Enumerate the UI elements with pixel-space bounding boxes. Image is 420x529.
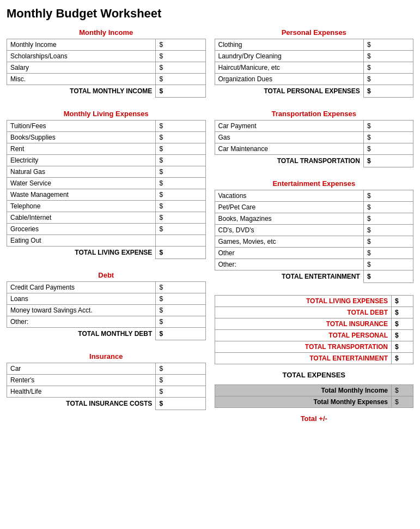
monthly-summary-value[interactable]: $ <box>392 385 413 396</box>
row-label: Salary <box>7 62 156 74</box>
row-value[interactable]: $ <box>156 305 205 316</box>
row-value[interactable]: $ <box>156 224 205 235</box>
row-value[interactable]: $ <box>156 282 205 293</box>
summary-value[interactable]: $ <box>392 307 413 318</box>
row-label: Credit Card Payments <box>7 282 156 293</box>
row-value[interactable]: $ <box>156 155 205 166</box>
monthly-summary-value[interactable]: $ <box>392 396 413 408</box>
table-row: Loans$ <box>7 293 206 305</box>
summary-label: TOTAL INSURANCE <box>215 318 392 330</box>
row-value[interactable]: $ <box>156 316 205 328</box>
row-value[interactable]: $ <box>156 363 205 375</box>
row-value[interactable]: $ <box>363 143 413 155</box>
row-label: Books, Magazines <box>215 213 363 225</box>
summary-label: TOTAL LIVING EXPENSES <box>215 296 392 307</box>
summary-value[interactable]: $ <box>392 318 413 330</box>
table-row: Cable/Internet$ <box>7 212 206 224</box>
row-value[interactable]: $ <box>156 143 205 155</box>
row-label: Health/Life <box>7 386 156 398</box>
personal-title: Personal Expenses <box>215 26 414 39</box>
row-label: Electricity <box>7 155 156 166</box>
transportation-section: Transportation Expenses Car Payment$Gas$… <box>215 107 414 167</box>
table-row: Water Service$ <box>7 178 206 189</box>
row-label: Vacations <box>215 190 363 202</box>
row-value[interactable]: $ <box>363 248 413 259</box>
row-value[interactable]: $ <box>156 132 205 143</box>
insurance-table: Car$Renter's$Health/Life$ TOTAL INSURANC… <box>7 363 206 410</box>
transportation-total-row: TOTAL TRANSPORTATION $ <box>215 155 413 167</box>
row-value[interactable]: $ <box>363 213 413 225</box>
row-label: Clothing <box>215 39 363 51</box>
row-value[interactable]: $ <box>363 39 413 51</box>
monthly-summary-row: Total Monthly Income$ <box>215 385 413 396</box>
monthly-summary-label: Total Monthly Expenses <box>215 396 392 408</box>
table-row: CD's, DVD's$ <box>215 225 413 236</box>
row-value[interactable]: $ <box>363 225 413 236</box>
table-row: Car Maintenance$ <box>215 143 413 155</box>
row-value[interactable]: $ <box>156 74 205 85</box>
monthly-income-table: Monthly Income$Scholarships/Loans$Salary… <box>7 39 206 98</box>
insurance-title: Insurance <box>7 350 206 363</box>
row-value[interactable]: $ <box>363 121 413 132</box>
table-row: Health/Life$ <box>7 386 206 398</box>
table-row: Other:$ <box>7 316 206 328</box>
table-row: Electricity$ <box>7 155 206 166</box>
table-row: Waste Management$ <box>7 189 206 201</box>
table-row: Pet/Pet Care$ <box>215 202 413 213</box>
row-value[interactable]: $ <box>156 189 205 201</box>
row-label: Haircut/Manicure, etc <box>215 62 363 74</box>
summary-row: TOTAL PERSONAL$ <box>215 330 413 341</box>
total-plus-row: Total +/- <box>215 412 414 424</box>
debt-table: Credit Card Payments$Loans$Money toward … <box>7 281 206 340</box>
row-value[interactable]: $ <box>363 62 413 74</box>
summary-value[interactable]: $ <box>392 296 413 307</box>
row-value[interactable]: $ <box>363 74 413 85</box>
monthly-living-section: Monthly Living Expenses Tuition/Fees$Boo… <box>7 107 206 259</box>
row-value[interactable]: $ <box>156 375 205 386</box>
summary-value[interactable]: $ <box>392 341 413 353</box>
table-row: Clothing$ <box>215 39 413 51</box>
row-value[interactable]: $ <box>156 201 205 212</box>
row-label: Other: <box>7 316 156 328</box>
monthly-income-total-value: $ <box>156 85 205 98</box>
monthly-living-total-label: TOTAL LIVING EXPENSE <box>7 247 156 259</box>
row-label: Other <box>215 248 363 259</box>
row-label: Laundry/Dry Cleaning <box>215 51 363 62</box>
row-label: Books/Supplies <box>7 132 156 143</box>
row-value[interactable]: $ <box>156 166 205 178</box>
summary-value[interactable]: $ <box>392 353 413 364</box>
row-value[interactable]: $ <box>363 259 413 270</box>
main-layout: Monthly Income Monthly Income$Scholarshi… <box>7 26 413 429</box>
table-row: Telephone$ <box>7 201 206 212</box>
row-value[interactable]: $ <box>156 386 205 398</box>
table-row: Monthly Income$ <box>7 39 206 51</box>
row-label: Tuition/Fees <box>7 121 156 132</box>
row-value[interactable]: $ <box>156 121 205 132</box>
row-value[interactable]: $ <box>156 39 205 51</box>
row-value[interactable]: $ <box>156 212 205 224</box>
total-expenses-label: TOTAL EXPENSES <box>215 369 414 380</box>
row-value[interactable]: $ <box>156 51 205 62</box>
row-label: Misc. <box>7 74 156 85</box>
table-row: Other:$ <box>215 259 413 270</box>
row-value[interactable]: $ <box>156 293 205 305</box>
row-value[interactable]: $ <box>363 236 413 248</box>
row-label: Car Maintenance <box>215 143 363 155</box>
row-value[interactable]: $ <box>156 62 205 74</box>
row-label: Monthly Income <box>7 39 156 51</box>
personal-section: Personal Expenses Clothing$Laundry/Dry C… <box>215 26 414 98</box>
row-value[interactable]: $ <box>363 202 413 213</box>
row-value[interactable] <box>156 235 205 247</box>
row-value[interactable]: $ <box>156 178 205 189</box>
summary-row: TOTAL TRANSPORTATION$ <box>215 341 413 353</box>
row-value[interactable]: $ <box>363 190 413 202</box>
row-label: Loans <box>7 293 156 305</box>
transportation-table: Car Payment$Gas$Car Maintenance$ TOTAL T… <box>215 120 414 167</box>
insurance-section: Insurance Car$Renter's$Health/Life$ TOTA… <box>7 350 206 410</box>
row-value[interactable]: $ <box>363 132 413 143</box>
summary-value[interactable]: $ <box>392 330 413 341</box>
personal-total-row: TOTAL PERSONAL EXPENSES $ <box>215 85 413 98</box>
row-value[interactable]: $ <box>363 51 413 62</box>
monthly-living-title: Monthly Living Expenses <box>7 107 206 120</box>
table-row: Books, Magazines$ <box>215 213 413 225</box>
